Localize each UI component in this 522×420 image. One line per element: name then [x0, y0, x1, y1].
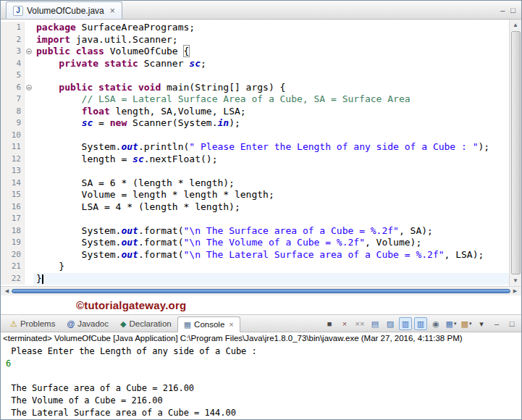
remove-all-terminated-icon[interactable]: ××	[353, 317, 366, 330]
line-number[interactable]: 11	[1, 141, 24, 154]
code-line[interactable]: 8 float length, SA,Volume, LSA;	[1, 106, 509, 118]
minimize-view-icon[interactable]: –	[490, 317, 503, 330]
maximize-editor-icon[interactable]: □	[510, 6, 515, 14]
remove-launch-icon[interactable]: ×	[338, 317, 351, 330]
line-number[interactable]: 6	[1, 82, 24, 94]
fold-column	[24, 141, 33, 154]
code-token: java.util.Scanner;	[70, 34, 178, 45]
code-token: , SA);	[399, 225, 433, 236]
code-line[interactable]: 14 SA = 6 * (length * length);	[1, 177, 509, 190]
code-line[interactable]: 21 }	[1, 261, 509, 273]
code-line[interactable]: 4 private static Scanner sc;	[1, 58, 509, 70]
code-text: package SurfaceAreaPrograms;	[33, 22, 509, 34]
code-text: public static void main(String[] args) {	[33, 82, 509, 94]
code-token: import	[36, 34, 70, 45]
scroll-down-icon[interactable]: ▼	[513, 275, 518, 286]
code-line[interactable]: 5	[1, 70, 509, 82]
tab-declaration[interactable]: ◆ Declaration	[114, 316, 177, 332]
tab-console-label: Console	[194, 320, 224, 329]
code-line[interactable]: 10	[1, 130, 509, 142]
code-line[interactable]: 1package SurfaceAreaPrograms;	[1, 22, 509, 34]
code-token: length, SA,Volume, LSA;	[110, 106, 246, 117]
line-number[interactable]: 5	[1, 70, 24, 82]
console-tab-close-icon[interactable]: ×	[229, 320, 233, 329]
minimize-editor-icon[interactable]: –	[500, 6, 505, 14]
tab-javadoc[interactable]: @ Javadoc	[61, 316, 114, 332]
scroll-right-icon[interactable]: ▶	[510, 288, 520, 294]
code-editor[interactable]: 1package SurfaceAreaPrograms;2import jav…	[1, 20, 521, 286]
code-line[interactable]: 12 length = sc.nextFloat();	[1, 154, 509, 166]
code-line[interactable]: 11 System.out.println(" Please Enter the…	[1, 141, 509, 154]
collapse-icon[interactable]	[26, 49, 32, 54]
line-number[interactable]: 17	[1, 213, 24, 225]
maximize-view-icon[interactable]: □	[505, 317, 518, 330]
scroll-left-icon[interactable]: ◀	[2, 288, 12, 294]
code-line[interactable]: 18 System.out.format("\n The Surface are…	[1, 225, 509, 238]
line-number[interactable]: 4	[1, 58, 24, 70]
code-token: VolumeOfCube	[104, 46, 184, 56]
code-token: .format(	[138, 225, 184, 236]
console-line: The Surface area of a Cube = 216.00	[6, 382, 521, 395]
show-stdout-icon[interactable]: ▥	[399, 317, 412, 330]
code-text: Volume = length * length * length;	[33, 189, 509, 201]
line-number[interactable]: 14	[1, 177, 24, 190]
line-number[interactable]: 2	[1, 34, 24, 46]
code-token: );	[479, 141, 490, 152]
code-line[interactable]: 17	[1, 213, 509, 225]
show-stderr-icon-glyph: ▥	[417, 319, 424, 329]
view-menu-icon[interactable]: ▾	[475, 317, 488, 330]
horizontal-scrollbar[interactable]: ◀ ▶	[1, 286, 521, 295]
code-line[interactable]: 16 LSA = 4 * (length * length);	[1, 201, 509, 214]
terminate-icon[interactable]: ■	[323, 317, 336, 330]
line-number[interactable]: 10	[1, 130, 24, 142]
code-token: .println(	[138, 141, 189, 152]
scroll-lock-icon[interactable]: ▤	[369, 317, 382, 330]
open-console-icon[interactable]: ▩▾	[460, 317, 473, 330]
code-text: // LSA = Lateral Surface Area of a Cube,…	[33, 93, 509, 106]
display-console-icon[interactable]: ▦▾	[445, 317, 458, 330]
line-number[interactable]: 8	[1, 106, 24, 118]
code-line[interactable]: 22}	[1, 273, 509, 285]
pin-console-icon[interactable]: ◉	[429, 317, 442, 330]
code-line[interactable]: 20 System.out.format("\n The Lateral Sur…	[1, 249, 509, 261]
code-line[interactable]: 13	[1, 165, 509, 177]
code-token: SA = 6 * (length * length);	[36, 177, 235, 188]
line-number[interactable]: 19	[1, 237, 24, 249]
vertical-scrollbar-thumb[interactable]	[511, 31, 521, 274]
code-token: new	[110, 117, 127, 128]
horizontal-scrollbar-thumb[interactable]	[12, 289, 510, 293]
code-line[interactable]: 15 Volume = length * length * length;	[1, 189, 509, 201]
code-line[interactable]: 19 System.out.format("\n The Volume of a…	[1, 237, 509, 249]
line-number[interactable]: 1	[1, 22, 24, 34]
line-number[interactable]: 15	[1, 189, 24, 201]
fold-column	[24, 201, 33, 214]
console-output[interactable]: Please Enter the Length of any side of a…	[1, 345, 521, 419]
line-number[interactable]: 9	[1, 117, 24, 130]
collapse-icon[interactable]	[26, 85, 32, 91]
tab-problems[interactable]: ⚠ Problems	[4, 316, 61, 332]
line-number[interactable]: 21	[1, 261, 24, 273]
code-text: System.out.println(" Please Enter the Le…	[33, 141, 509, 154]
line-number[interactable]: 13	[1, 165, 24, 177]
clear-console-icon[interactable]: ▨	[384, 317, 397, 330]
line-number[interactable]: 7	[1, 93, 24, 106]
eclipse-window: J VolumeOfCube.java × – □ 1package Surfa…	[0, 0, 522, 420]
show-stderr-icon[interactable]: ▥	[414, 317, 427, 330]
code-token: }	[36, 273, 42, 284]
code-line[interactable]: 9 sc = new Scanner(System.in);	[1, 117, 509, 130]
line-number[interactable]: 16	[1, 201, 24, 214]
code-line[interactable]: 3public class VolumeOfCube {	[1, 46, 509, 58]
line-number[interactable]: 3	[1, 46, 24, 58]
line-number[interactable]: 18	[1, 225, 24, 238]
line-number[interactable]: 22	[1, 273, 24, 285]
code-line[interactable]: 6 public static void main(String[] args)…	[1, 82, 509, 94]
tab-console[interactable]: ▦ Console ×	[177, 316, 240, 332]
editor-tab[interactable]: J VolumeOfCube.java ×	[6, 1, 122, 19]
tab-close-icon[interactable]: ×	[110, 6, 115, 16]
line-number[interactable]: 20	[1, 249, 24, 261]
line-number[interactable]: 12	[1, 154, 24, 166]
vertical-scrollbar[interactable]: ▲ ▼	[509, 20, 521, 286]
code-line[interactable]: 2import java.util.Scanner;	[1, 34, 509, 46]
scroll-up-icon[interactable]: ▲	[513, 20, 518, 30]
code-line[interactable]: 7 // LSA = Lateral Surface Area of a Cub…	[1, 93, 509, 106]
